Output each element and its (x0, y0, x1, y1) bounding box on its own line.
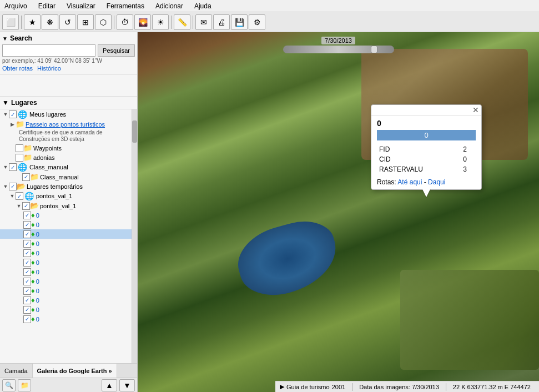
route-to-link[interactable]: Até aqui (397, 178, 422, 186)
menu-adicionar[interactable]: Adicionar (153, 1, 185, 11)
tree-item-passeio[interactable]: ▶ 📁 Passeio aos pontos turísticos (0, 119, 132, 129)
history-link[interactable]: Histórico (37, 65, 61, 72)
route-from-link[interactable]: Daqui (428, 178, 445, 186)
checkbox-pontos-val1[interactable] (16, 192, 23, 200)
tree-item-pt7[interactable]: ♦ 0 (0, 267, 132, 277)
marker-icon-pt3: ♦ (31, 230, 35, 238)
toolbar-grid-button[interactable]: ⊞ (77, 14, 94, 30)
toolbar-sun-button[interactable]: ☀ (152, 14, 169, 30)
toolbar-refresh-button[interactable]: ↺ (59, 14, 76, 30)
checkbox-pt8[interactable] (23, 278, 31, 285)
search-button[interactable]: Pesquisar (98, 44, 135, 57)
tree-item-pontos-val1[interactable]: ▼ 🌐 pontos_val_1 (0, 191, 132, 201)
search-results-area (0, 74, 137, 97)
label-pontos-val1-sub: pontos_val_1 (39, 203, 76, 209)
tree-item-pt10[interactable]: ♦ 0 (0, 295, 132, 305)
toolbar-separator-4 (193, 16, 193, 29)
places-section: ▼ Lugares ▼ 🌐 Meus lugares (0, 97, 137, 363)
checkbox-adonias[interactable] (16, 154, 23, 162)
tree-item-waypoints[interactable]: 📁 Waypoints (0, 143, 132, 153)
slider-thumb[interactable] (371, 46, 377, 53)
checkbox-class-manual-sub[interactable] (22, 173, 30, 181)
toolbar-print-button[interactable]: 🖨 (213, 14, 230, 30)
move-down-button[interactable]: ▼ (119, 379, 135, 391)
menu-ferramentas[interactable]: Ferramentas (104, 1, 147, 11)
marker-icon-pt1: ♦ (31, 211, 35, 219)
routes-separator: - (424, 178, 428, 186)
tab-galeria[interactable]: Galeria do Google Earth » (33, 364, 117, 378)
toolbar-measure-button[interactable]: 📏 (174, 14, 190, 30)
label-lugares-temp: Lugares temporários (26, 183, 83, 190)
move-up-button[interactable]: ▲ (102, 379, 117, 391)
checkbox-pt5[interactable] (23, 249, 31, 257)
checkbox-pontos-val1-sub[interactable] (22, 202, 30, 210)
folder-icon-waypoints: 📁 (23, 144, 32, 152)
toolbar-photo-button[interactable]: 🌄 (134, 14, 151, 30)
checkbox-meus-lugares[interactable] (9, 110, 17, 118)
toolbar-email-button[interactable]: ✉ (195, 14, 212, 30)
checkbox-waypoints[interactable] (16, 144, 23, 152)
tree-item-pt9[interactable]: ♦ 0 (0, 286, 132, 295)
tree-item-adonias[interactable]: 📁 adonias (0, 153, 132, 162)
tree-item-pt2[interactable]: ♦ 0 (0, 220, 132, 229)
checkbox-pt3[interactable] (23, 230, 31, 238)
map-area[interactable]: 7/30/2013 ✕ 0 0 FID 2 CID (138, 32, 539, 392)
tree-item-pt1[interactable]: ♦ 0 (0, 210, 132, 220)
checkbox-pt1[interactable] (23, 212, 31, 219)
scrollbar-thumb[interactable] (132, 120, 137, 143)
checkbox-class-manual[interactable] (9, 163, 17, 171)
toolbar-time-button[interactable]: ⏱ (117, 14, 133, 30)
menu-visualizar[interactable]: Visualizar (64, 1, 98, 11)
tree-item-class-manual[interactable]: ▼ 🌐 Class_manual (0, 162, 132, 172)
get-routes-link[interactable]: Obter rotas (2, 65, 33, 72)
search-bottom-button[interactable]: 🔍 (2, 379, 16, 391)
tree-item-pt11[interactable]: ♦ 0 (0, 305, 132, 314)
label-passeio-desc: Certifique-se de que a camada de Constru… (18, 129, 120, 143)
toolbar-star-button[interactable]: ★ (24, 14, 41, 30)
tree-item-pt4[interactable]: ♦ 0 (0, 239, 132, 248)
tab-camada[interactable]: Camada (0, 364, 33, 378)
tree-item-pontos-val1-sub[interactable]: ▼ 📂 pontos_val_1 (0, 201, 132, 210)
checkbox-pt7[interactable] (23, 268, 31, 276)
checkbox-pt10[interactable] (23, 296, 31, 304)
tree-item-lugares-temp[interactable]: ▼ 📂 Lugares temporários (0, 182, 132, 191)
search-section: ▼ Search Pesquisar por exemplo,: 41 09' … (0, 32, 137, 74)
checkbox-pt12[interactable] (23, 315, 31, 323)
search-input[interactable] (2, 44, 95, 57)
checkbox-lugares-temp[interactable] (9, 183, 17, 190)
checkbox-pt6[interactable] (23, 259, 31, 267)
label-pt5: 0 (35, 250, 39, 257)
tree-item-pt5[interactable]: ♦ 0 (0, 248, 132, 258)
menu-arquivo[interactable]: Arquivo (2, 1, 29, 11)
search-header[interactable]: ▼ Search (2, 34, 135, 42)
tree-item-class-manual-sub[interactable]: 📁 Class_manual (0, 172, 132, 182)
menu-ajuda[interactable]: Ajuda (192, 1, 214, 11)
slider-track[interactable] (283, 46, 394, 53)
label-waypoints: Waypoints (32, 145, 62, 152)
toolbar-places-button[interactable]: ❋ (42, 14, 58, 30)
tree-scrollbar[interactable] (132, 109, 137, 363)
checkbox-pt2[interactable] (23, 221, 31, 229)
tree-item-pt3[interactable]: ♦ 0 (0, 229, 132, 239)
checkbox-pt11[interactable] (23, 306, 31, 314)
places-header[interactable]: ▼ Lugares (0, 97, 137, 109)
checkbox-pt4[interactable] (23, 240, 31, 248)
checkbox-pt9[interactable] (23, 287, 31, 295)
toolbar-polygon-button[interactable]: ⬡ (95, 14, 112, 30)
tree-item-meus-lugares[interactable]: ▼ 🌐 Meus lugares (0, 109, 132, 119)
tree-item-pt12[interactable]: ♦ 0 (0, 314, 132, 324)
feature-popup: ✕ 0 0 FID 2 CID 0 RASTERVALU 3 (371, 104, 482, 190)
tree-item-pt6[interactable]: ♦ 0 (0, 258, 132, 267)
tree-item-pt8[interactable]: ♦ 0 (0, 277, 132, 286)
label-class-manual: Class_manual (28, 164, 68, 170)
menu-editar[interactable]: Editar (36, 1, 58, 11)
tour-name: Guia de turismo (286, 384, 330, 390)
label-pt2: 0 (35, 222, 39, 228)
toolbar-save-button[interactable]: 💾 (231, 14, 248, 30)
toolbar-nav-button[interactable]: ⬜ (2, 14, 19, 30)
folder-bottom-button[interactable]: 📁 (18, 379, 31, 391)
popup-close-button[interactable]: ✕ (472, 106, 479, 114)
marker-icon-pt2: ♦ (31, 220, 35, 229)
date-label: 7/30/2013 (321, 37, 355, 44)
toolbar-settings-button[interactable]: ⚙ (249, 14, 265, 30)
